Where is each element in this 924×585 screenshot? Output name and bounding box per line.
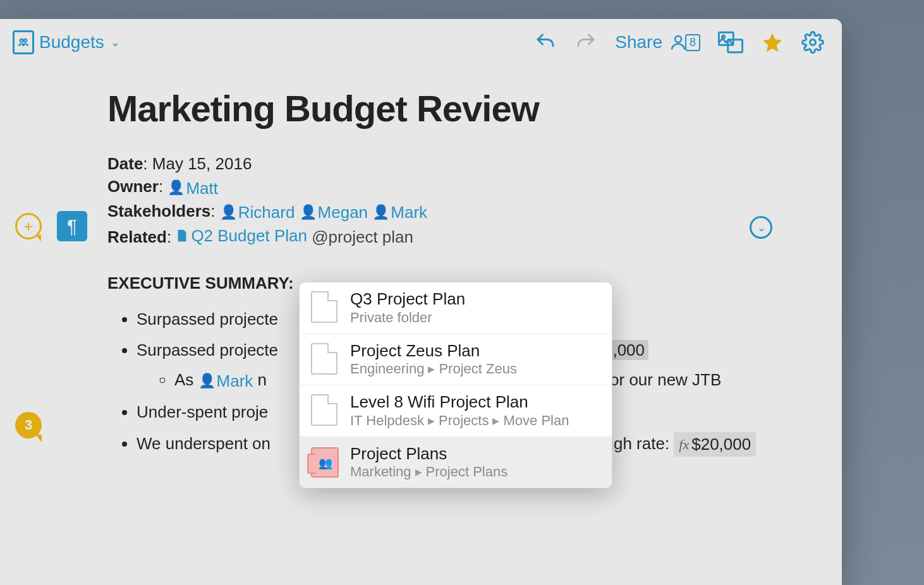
autocomplete-item[interactable]: Q3 Project PlanPrivate folder (300, 282, 612, 334)
share-count-badge: 8 (669, 33, 700, 52)
autocomplete-item-title: Project Zeus Plan (350, 342, 600, 360)
collapse-toggle[interactable]: ⌄ (750, 216, 772, 239)
meta-stakeholders[interactable]: Stakeholders: 👤Richard 👤Megan 👤Mark (107, 200, 785, 224)
breadcrumb-separator-icon: ▶ (492, 416, 499, 426)
person-icon: 👤 (300, 203, 317, 222)
folder-icon: 👥 (311, 446, 339, 479)
autocomplete-item[interactable]: 👥Project PlansMarketing▶Project Plans (300, 437, 612, 488)
autocomplete-item-path: Marketing▶Project Plans (350, 464, 600, 480)
autocomplete-item-path: Private folder (350, 310, 600, 326)
breadcrumb-separator-icon: ▶ (428, 364, 435, 374)
add-comment-button[interactable]: + (15, 213, 42, 239)
inline-mention[interactable]: 👤Mark (198, 370, 253, 392)
folder-breadcrumb[interactable]: Budgets ⌄ (13, 30, 120, 54)
meta-date[interactable]: Date: May 15, 2016 (107, 152, 785, 175)
owner-mention[interactable]: 👤Matt (167, 177, 218, 200)
comment-count-badge[interactable]: 3 (15, 412, 42, 438)
folder-name: Budgets (39, 32, 104, 52)
owner-label: Owner (107, 177, 159, 196)
person-icon: 👤 (167, 178, 185, 198)
stakeholder-mention[interactable]: 👤Megan (300, 201, 368, 224)
stakeholder-mention[interactable]: 👤Mark (372, 201, 427, 224)
document-icon (311, 343, 339, 376)
stakeholder-mention[interactable]: 👤Richard (220, 201, 295, 224)
settings-button[interactable] (801, 31, 824, 54)
person-icon: 👤 (220, 203, 237, 222)
autocomplete-item-title: Q3 Project Plan (350, 290, 600, 308)
date-value: May 15, 2016 (152, 154, 252, 173)
document-icon (311, 394, 339, 427)
svg-point-6 (810, 40, 816, 45)
mention-autocomplete-popup: Q3 Project PlanPrivate folderProject Zeu… (299, 282, 612, 488)
paragraph-format-button[interactable]: ¶ (57, 211, 87, 241)
autocomplete-item-title: Level 8 Wifi Project Plan (350, 393, 600, 411)
autocomplete-item-text: Level 8 Wifi Project PlanIT Helpdesk▶Pro… (350, 393, 600, 429)
stakeholders-label: Stakeholders (107, 202, 210, 220)
folder-icon (13, 30, 34, 54)
share-count-number: 8 (685, 34, 700, 51)
document-title[interactable]: Marketing Budget Review (107, 87, 785, 130)
autocomplete-item-text: Q3 Project PlanPrivate folder (350, 290, 600, 326)
fx-icon: fx (679, 435, 689, 454)
autocomplete-item-title: Project Plans (350, 445, 600, 463)
meta-owner[interactable]: Owner: 👤Matt (107, 175, 785, 200)
share-button[interactable]: Share 8 (615, 32, 700, 52)
redo-button[interactable] (574, 31, 597, 54)
person-icon: 👤 (372, 203, 389, 222)
mention-typing-text: @project plan (312, 227, 413, 246)
toolbar: Budgets ⌄ Share 8 (0, 19, 842, 62)
person-icon: 👤 (198, 371, 216, 390)
autocomplete-item-path: Engineering▶Project Zeus (350, 361, 600, 377)
related-doc-link[interactable]: Q2 Budget Plan (176, 224, 307, 247)
breadcrumb-separator-icon: ▶ (415, 467, 422, 477)
svg-point-1 (24, 39, 27, 42)
svg-point-0 (20, 39, 23, 42)
autocomplete-item-text: Project Zeus PlanEngineering▶Project Zeu… (350, 342, 600, 378)
undo-button[interactable] (534, 31, 557, 54)
autocomplete-item-text: Project PlansMarketing▶Project Plans (350, 445, 600, 481)
autocomplete-item[interactable]: Project Zeus PlanEngineering▶Project Zeu… (300, 334, 612, 386)
related-label: Related (107, 227, 167, 246)
favorite-button[interactable] (761, 31, 784, 54)
document-icon (311, 291, 339, 324)
svg-point-2 (675, 36, 681, 42)
breadcrumb-separator-icon: ▶ (428, 416, 435, 426)
date-label: Date (107, 154, 143, 173)
meta-related[interactable]: Related: Q2 Budget Plan @project plan (107, 224, 785, 249)
chevron-down-icon: ⌄ (111, 35, 120, 49)
formula-value[interactable]: fx $20,000 (674, 432, 756, 457)
autocomplete-item[interactable]: Level 8 Wifi Project PlanIT Helpdesk▶Pro… (300, 385, 612, 437)
insert-media-button[interactable] (718, 31, 743, 54)
left-gutter: + ¶ 3 (0, 62, 107, 457)
share-label: Share (615, 32, 662, 52)
toolbar-actions: Share 8 (534, 31, 824, 54)
document-icon (176, 229, 188, 243)
autocomplete-item-path: IT Helpdesk▶Projects▶Move Plan (350, 413, 600, 429)
